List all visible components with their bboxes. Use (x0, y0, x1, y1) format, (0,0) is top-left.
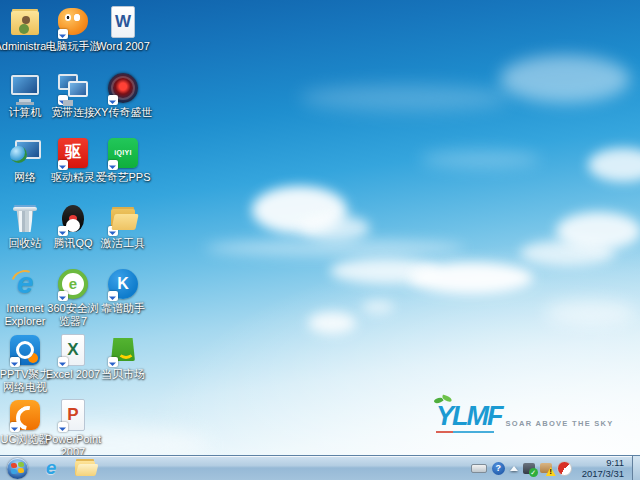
desktop-icon-dangbei-market[interactable]: 当贝市场 (92, 333, 154, 381)
desktop-icon-label: 爱奇艺PPS (92, 171, 154, 184)
shortcut-arrow-icon (10, 422, 20, 432)
logo-color-strip (436, 431, 494, 433)
ie-icon: e (8, 267, 42, 301)
shortcut-arrow-icon (108, 357, 118, 367)
ie-icon: e (46, 457, 57, 479)
excel-icon: X (56, 333, 90, 367)
show-desktop-button[interactable] (632, 456, 640, 480)
cloud (300, 215, 370, 241)
dangbei-market-icon (106, 333, 140, 367)
tray-security-check-badge: ✓ (529, 468, 538, 477)
cloud (362, 300, 394, 314)
taskbar-right: ?✓! 9:11 2017/3/31 (465, 456, 640, 480)
uc-browser-icon (8, 398, 42, 432)
shortcut-arrow-icon (58, 29, 68, 39)
iqiyi-pps-icon-glyph: iQIYI (106, 149, 140, 156)
clock-date: 2017/3/31 (582, 468, 624, 479)
desktop-icon-label: PowerPoint 2007 (42, 433, 104, 455)
desktop-icon-powerpoint[interactable]: PPowerPoint 2007 (42, 398, 104, 455)
shortcut-arrow-icon (10, 357, 20, 367)
cloud (500, 55, 630, 103)
browser-360-icon: e (56, 267, 90, 301)
xy-game-icon (106, 71, 140, 105)
cloud (545, 300, 635, 326)
desktop-icon-label: XY传奇盛世 (92, 106, 154, 119)
shortcut-arrow-icon (58, 95, 68, 105)
ylmf-logo-tagline: SOAR ABOVE THE SKY (504, 419, 614, 433)
cloud (308, 312, 356, 334)
driver-genius-icon: 驱 (56, 136, 90, 170)
kaopu-assistant-icon: K (106, 267, 140, 301)
powerpoint-icon: P (56, 398, 90, 432)
desktop-icon-label: 当贝市场 (92, 368, 154, 381)
shortcut-arrow-icon (58, 226, 68, 236)
system-tray: ?✓! (465, 461, 578, 476)
shortcut-arrow-icon (58, 291, 68, 301)
desktop-icon-word[interactable]: WWord 2007 (92, 5, 154, 53)
taskbar-left: e (0, 456, 102, 480)
shortcut-arrow-icon (58, 357, 68, 367)
desktop-icon-xy-game[interactable]: XY传奇盛世 (92, 71, 154, 119)
cloud (588, 148, 640, 182)
ylmf-logo: YLMF SOAR ABOVE THE SKY (430, 403, 614, 433)
network-icon (8, 136, 42, 170)
tray-alert-badge: ! (546, 467, 556, 476)
shortcut-arrow-icon (58, 422, 68, 432)
kaopu-assistant-icon-glyph: K (106, 275, 140, 293)
shortcut-arrow-icon (108, 160, 118, 170)
recycle-bin-icon (8, 202, 42, 236)
qq-icon (56, 202, 90, 236)
tray-language-icon[interactable] (471, 464, 487, 473)
cloud (420, 150, 540, 168)
start-button[interactable] (0, 456, 34, 480)
taskbar-ie-button[interactable]: e (34, 456, 68, 480)
tray-alert-icon[interactable]: ! (540, 463, 552, 473)
ylmf-logo-text: YLMF (430, 403, 504, 433)
desktop-icon-label: 靠谱助手 (92, 302, 154, 315)
tools-folder-icon (106, 202, 140, 236)
taskbar-explorer-button[interactable] (68, 456, 102, 480)
taskbar-clock[interactable]: 9:11 2017/3/31 (578, 457, 632, 479)
word-icon-glyph: W (106, 12, 140, 32)
desktop-icon-label: 激活工具 (92, 237, 154, 250)
pptv-icon (8, 333, 42, 367)
desktop-icon-tools-folder[interactable]: 激活工具 (92, 202, 154, 250)
windows-orb-icon (7, 458, 28, 479)
shortcut-arrow-icon (108, 95, 118, 105)
tray-help-icon[interactable]: ? (492, 462, 505, 475)
game-monster-icon (56, 5, 90, 39)
shortcut-arrow-icon (108, 226, 118, 236)
tray-hidden-icons-icon[interactable] (510, 466, 518, 471)
desktop-icon-label: Word 2007 (92, 40, 154, 53)
desktop-icon-kaopu-assistant[interactable]: K靠谱助手 (92, 267, 154, 315)
browser-360-icon-glyph: e (56, 275, 90, 292)
shortcut-arrow-icon (58, 160, 68, 170)
clock-time: 9:11 (582, 457, 624, 468)
broadband-icon (56, 71, 90, 105)
desktop-icon-iqiyi-pps[interactable]: iQIYI爱奇艺PPS (92, 136, 154, 184)
shortcut-arrow-icon (108, 291, 118, 301)
tray-security-check-icon[interactable]: ✓ (523, 463, 535, 474)
cloud (556, 212, 640, 250)
cloud (408, 262, 533, 294)
ie-icon-glyph: e (8, 266, 42, 300)
word-icon: W (106, 5, 140, 39)
cloud (300, 85, 510, 111)
cloud (205, 240, 465, 256)
tray-media-icon[interactable] (557, 461, 572, 476)
user-folder-icon (8, 5, 42, 39)
desktop-wallpaper[interactable]: YLMF SOAR ABOVE THE SKY Administra...电脑玩… (0, 0, 640, 455)
taskbar: e ?✓! 9:11 2017/3/31 (0, 455, 640, 480)
iqiyi-pps-icon: iQIYI (106, 136, 140, 170)
computer-icon (8, 71, 42, 105)
folder-icon (75, 461, 95, 476)
